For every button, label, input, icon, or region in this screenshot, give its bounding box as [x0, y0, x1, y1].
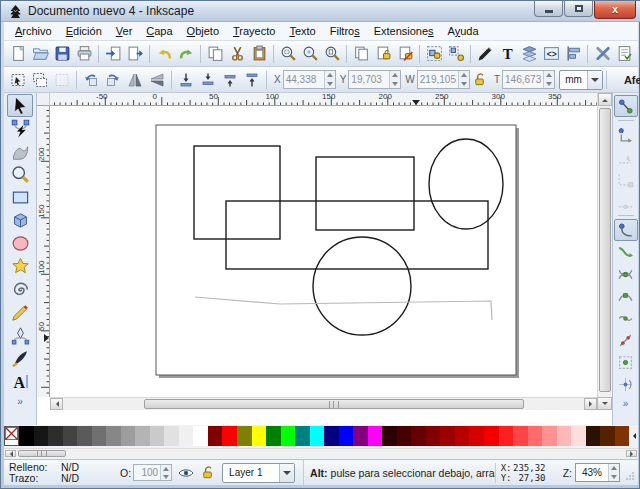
rotate-ccw-button[interactable]	[80, 69, 102, 91]
snap-enable-button[interactable]	[614, 95, 638, 117]
w-spinner[interactable]	[458, 71, 469, 88]
palette-swatch[interactable]	[600, 426, 615, 446]
tool-pen[interactable]	[7, 324, 33, 347]
menu-archivo[interactable]: Archivo	[8, 23, 59, 39]
zoom-drawing-button[interactable]	[299, 43, 321, 65]
minimize-button[interactable]	[534, 1, 563, 17]
text-dialog-button[interactable]: T	[496, 43, 518, 65]
opacity-spinner[interactable]	[160, 465, 171, 480]
lock-ratio-icon[interactable]	[472, 72, 488, 88]
palette-swatch[interactable]	[353, 426, 368, 446]
paste-button[interactable]	[248, 43, 270, 65]
snap-bbox-corners-button[interactable]	[614, 168, 638, 190]
zoom-spinner[interactable]	[608, 464, 619, 481]
palette-swatch[interactable]	[164, 426, 179, 446]
palette-swatch[interactable]	[528, 426, 543, 446]
fill-stroke-indicator[interactable]: Relleno:N/D Trazo:N/D	[4, 462, 112, 484]
tool-node[interactable]	[7, 117, 33, 140]
palette-swatch[interactable]	[571, 426, 586, 446]
palette-swatch[interactable]	[193, 426, 208, 446]
snap-midpoints-button[interactable]	[614, 329, 638, 351]
palette-swatch[interactable]	[237, 426, 252, 446]
tool-tweak[interactable]	[7, 140, 33, 163]
palette-scroll-right-button[interactable]	[626, 450, 637, 457]
undo-button[interactable]	[153, 43, 175, 65]
snap-bbox-button[interactable]	[614, 124, 638, 146]
menu-capa[interactable]: Capa	[139, 23, 179, 39]
layers-dialog-button[interactable]	[518, 43, 540, 65]
zoom-page-button[interactable]	[321, 43, 343, 65]
palette-swatch[interactable]	[48, 426, 63, 446]
menu-filtros[interactable]: Filtros	[323, 23, 367, 39]
vertical-scrollbar[interactable]	[597, 93, 612, 410]
palette-swatch[interactable]	[281, 426, 296, 446]
layer-visibility-eye-icon[interactable]	[178, 465, 194, 481]
menu-ver[interactable]: Ver	[109, 23, 140, 39]
lower-button[interactable]	[197, 69, 219, 91]
palette-swatch[interactable]	[34, 426, 49, 446]
width-input[interactable]: 219,105	[417, 70, 470, 89]
cut-button[interactable]	[226, 43, 248, 65]
import-button[interactable]	[102, 43, 124, 65]
snap-nodes-button[interactable]	[614, 219, 638, 241]
toolbox-overflow-chevron[interactable]: »	[4, 396, 36, 407]
tool-text[interactable]: A	[7, 370, 33, 393]
palette-swatch[interactable]	[252, 426, 267, 446]
tool-pencil[interactable]	[7, 301, 33, 324]
snapbar-overflow-chevron[interactable]: »	[613, 398, 638, 409]
snap-smooth-nodes-button[interactable]	[614, 307, 638, 329]
select-all-button[interactable]	[7, 69, 29, 91]
palette-scrollbar[interactable]	[4, 448, 638, 458]
flip-vertical-button[interactable]	[146, 69, 168, 91]
menu-trayecto[interactable]: Trayecto	[226, 23, 282, 39]
palette-swatch[interactable]	[310, 426, 325, 446]
select-all-layers-button[interactable]	[29, 69, 51, 91]
layer-lock-icon[interactable]	[200, 465, 216, 481]
palette-swatch[interactable]	[77, 426, 92, 446]
palette-swatch[interactable]	[208, 426, 223, 446]
scroll-up-button[interactable]	[598, 93, 612, 106]
palette-swatch[interactable]	[615, 426, 630, 446]
lower-to-bottom-button[interactable]	[175, 69, 197, 91]
maximize-button[interactable]	[564, 1, 593, 17]
palette-swatch[interactable]	[19, 426, 34, 446]
palette-scroll-thumb[interactable]	[18, 450, 66, 457]
opacity-input[interactable]: 100	[133, 464, 172, 481]
vertical-scroll-thumb[interactable]	[599, 108, 611, 392]
palette-swatch[interactable]	[382, 426, 397, 446]
palette-swatch[interactable]	[397, 426, 412, 446]
scroll-down-button[interactable]	[597, 397, 612, 410]
palette-swatch[interactable]	[222, 426, 237, 446]
ungroup-button[interactable]	[445, 43, 467, 65]
y-input[interactable]: 19,703	[348, 70, 401, 89]
palette-swatch[interactable]	[121, 426, 136, 446]
palette-swatch[interactable]	[586, 426, 601, 446]
palette-swatch[interactable]	[63, 426, 78, 446]
x-spinner[interactable]	[324, 71, 335, 88]
palette-swatch[interactable]	[368, 426, 383, 446]
palette-swatch[interactable]	[295, 426, 310, 446]
tool-ellipse[interactable]	[7, 232, 33, 255]
rotate-cw-button[interactable]	[102, 69, 124, 91]
xml-editor-button[interactable]: <>	[540, 43, 562, 65]
flip-horizontal-button[interactable]	[124, 69, 146, 91]
palette-swatch[interactable]	[469, 426, 484, 446]
save-button[interactable]	[51, 43, 73, 65]
snap-paths-button[interactable]	[614, 241, 638, 263]
palette-swatch[interactable]	[324, 426, 339, 446]
y-spinner[interactable]	[389, 71, 400, 88]
tool-box3d[interactable]	[7, 209, 33, 232]
palette-swatch[interactable]	[440, 426, 455, 446]
deselect-button[interactable]	[51, 69, 73, 91]
tool-rectangle[interactable]	[7, 186, 33, 209]
unit-select[interactable]: mm	[559, 70, 603, 90]
unlink-clone-button[interactable]	[394, 43, 416, 65]
h-spinner[interactable]	[543, 71, 554, 88]
raise-button[interactable]	[219, 69, 241, 91]
zoom-selection-button[interactable]	[277, 43, 299, 65]
palette-swatch[interactable]	[339, 426, 354, 446]
resize-grip-icon[interactable]	[624, 470, 636, 482]
menu-ayuda[interactable]: Ayuda	[441, 23, 486, 39]
menu-objeto[interactable]: Objeto	[180, 23, 226, 39]
palette-swatch[interactable]	[455, 426, 470, 446]
